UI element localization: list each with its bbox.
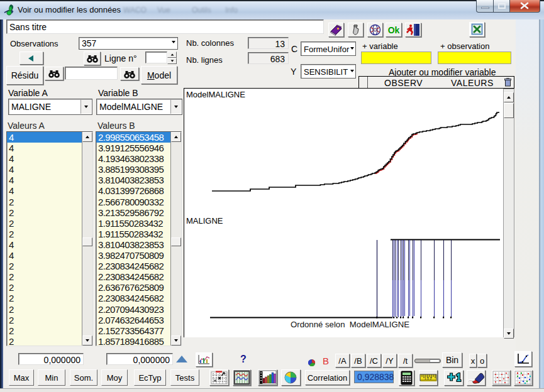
svg-text:MALIGNE: MALIGNE bbox=[186, 216, 223, 226]
svg-text:ModelMALIGNE: ModelMALIGNE bbox=[186, 90, 245, 99]
svg-text:1 2 3: 1 2 3 bbox=[425, 376, 431, 380]
svg-text:Ordonné selon ModelMALIGNE: Ordonné selon ModelMALIGNE bbox=[291, 320, 409, 329]
